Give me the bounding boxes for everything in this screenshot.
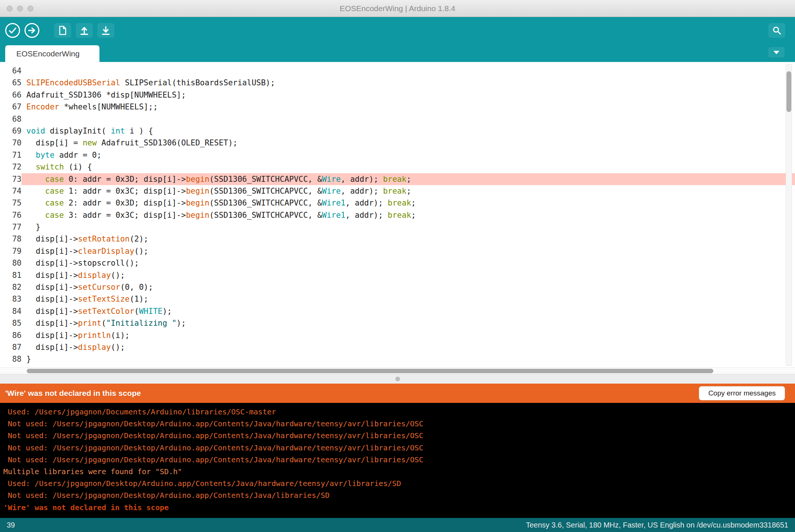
chevron-down-icon (773, 51, 779, 54)
verify-button[interactable] (5, 23, 20, 38)
status-board-info: Teensy 3.6, Serial, 180 MHz, Faster, US … (526, 521, 788, 529)
serial-monitor-icon (768, 23, 785, 38)
window-title: EOSEncoderWing | Arduino 1.8.4 (340, 4, 455, 13)
line-number: 70 (0, 137, 22, 149)
line-number: 85 (0, 317, 22, 329)
arduino-ide-window: EOSEncoderWing | Arduino 1.8.4 (0, 0, 795, 532)
line-number: 64 (0, 65, 22, 77)
code-line: 64 (0, 65, 795, 77)
tab-menu-button[interactable] (768, 47, 785, 58)
open-icon (76, 23, 93, 38)
code-line: 67Encoder *wheels[NUMWHEELS];; (0, 101, 795, 113)
pane-splitter[interactable] (0, 374, 795, 384)
save-icon (97, 23, 114, 38)
error-message: 'Wire' was not declared in this scope (5, 389, 141, 398)
code-line: 77 } (0, 221, 795, 233)
code-line: 70 disp[i] = new Adafruit_SSD1306(OLED_R… (0, 137, 795, 149)
line-number: 80 (0, 257, 22, 269)
upload-icon (24, 23, 39, 38)
line-number: 66 (0, 89, 22, 101)
line-number: 79 (0, 245, 22, 257)
line-number: 88 (0, 353, 22, 365)
code-line: 87 disp[i]->display(); (0, 341, 795, 353)
tab-bar: EOSEncoderWing (0, 43, 795, 62)
status-bar: 39 Teensy 3.6, Serial, 180 MHz, Faster, … (0, 518, 795, 532)
line-number: 78 (0, 233, 22, 245)
console-line: Not used: /Users/jpgagnon/Desktop/Arduin… (3, 430, 791, 441)
code-line: 65SLIPEncodedUSBSerial SLIPSerial(thisBo… (0, 77, 795, 89)
open-button[interactable] (76, 23, 93, 38)
code-line: 85 disp[i]->print("Initializing "); (0, 317, 795, 329)
line-number: 67 (0, 101, 22, 113)
code-line: 76 case 3: addr = 0x3C; disp[i]->begin(S… (0, 209, 795, 221)
code-line: 69void displayInit( int i ) { (0, 125, 795, 137)
console-line: Not used: /Users/jpgagnon/Desktop/Arduin… (3, 442, 791, 454)
status-line-number: 39 (7, 521, 15, 529)
console-line: 'Wire' was not declared in this scope (3, 502, 791, 513)
code-line: 79 disp[i]->clearDisplay(); (0, 245, 795, 257)
line-number: 77 (0, 221, 22, 233)
line-number: 72 (0, 161, 22, 173)
line-number: 82 (0, 281, 22, 293)
console-line: Used: /Users/jpgagnon/Desktop/Arduino.ap… (3, 477, 791, 489)
line-number: 65 (0, 77, 22, 89)
code-line: 72 switch (i) { (0, 161, 795, 173)
line-number: 69 (0, 125, 22, 137)
line-number: 81 (0, 269, 22, 281)
console-line: Multiple libraries were found for "SD.h" (3, 466, 791, 477)
line-number: 74 (0, 185, 22, 197)
code-line: 66Adafruit_SSD1306 *disp[NUMWHEELS]; (0, 89, 795, 101)
vertical-scrollbar[interactable] (786, 64, 792, 366)
close-window-button[interactable] (7, 6, 13, 12)
tab-eosencoderwing[interactable]: EOSEncoderWing (5, 45, 99, 62)
console-output[interactable]: Used: /Users/jpgagnon/Documents/Arduino/… (0, 403, 795, 518)
console-line: Not used: /Users/jpgagnon/Desktop/Arduin… (3, 489, 791, 501)
splitter-handle-icon (395, 377, 400, 381)
code-line: 74 case 1: addr = 0x3C; disp[i]->begin(S… (0, 185, 795, 197)
upload-button[interactable] (24, 23, 39, 38)
code-line: 82 disp[i]->setCursor(0, 0); (0, 281, 795, 293)
console-line: Not used: /Users/jpgagnon/Desktop/Arduin… (3, 454, 791, 466)
line-number: 87 (0, 341, 22, 353)
toolbar (0, 17, 795, 43)
new-sketch-icon (54, 23, 71, 38)
line-number: 71 (0, 149, 22, 161)
code-line: 75 case 2: addr = 0x3D; disp[i]->begin(S… (0, 197, 795, 209)
line-number: 75 (0, 197, 22, 209)
line-number: 76 (0, 209, 22, 221)
code-line: 78 disp[i]->setRotation(2); (0, 233, 795, 245)
error-status-bar: 'Wire' was not declared in this scope Co… (0, 384, 795, 403)
horizontal-scrollbar[interactable] (0, 367, 795, 374)
save-button[interactable] (97, 23, 114, 38)
serial-monitor-button[interactable] (768, 23, 785, 38)
line-number: 73 (0, 173, 22, 185)
code-line: 68 (0, 113, 795, 125)
code-line: 73 case 0: addr = 0x3D; disp[i]->begin(S… (0, 173, 795, 185)
code-line: 84 disp[i]->setTextColor(WHITE); (0, 305, 795, 317)
code-line: 71 byte addr = 0; (0, 149, 795, 161)
line-number: 86 (0, 329, 22, 341)
zoom-window-button[interactable] (27, 6, 33, 12)
code-area: 6465SLIPEncodedUSBSerial SLIPSerial(this… (0, 65, 795, 365)
horizontal-scrollbar-thumb[interactable] (27, 369, 713, 373)
verify-icon (5, 23, 20, 38)
line-number: 84 (0, 305, 22, 317)
vertical-scrollbar-thumb[interactable] (786, 71, 791, 112)
code-line: 88} (0, 353, 795, 365)
new-sketch-button[interactable] (54, 23, 71, 38)
code-line: 80 disp[i]->stopscroll(); (0, 257, 795, 269)
line-number: 83 (0, 293, 22, 305)
copy-error-messages-button[interactable]: Copy error messages (699, 386, 785, 400)
minimize-window-button[interactable] (17, 6, 23, 12)
console-line: Not used: /Users/jpgagnon/Desktop/Arduin… (3, 418, 791, 430)
line-number: 68 (0, 113, 22, 125)
code-editor[interactable]: 6465SLIPEncodedUSBSerial SLIPSerial(this… (0, 62, 795, 367)
console-line: Used: /Users/jpgagnon/Documents/Arduino/… (3, 406, 791, 418)
tab-label: EOSEncoderWing (16, 49, 79, 58)
code-line: 86 disp[i]->println(i); (0, 329, 795, 341)
code-line: 81 disp[i]->display(); (0, 269, 795, 281)
code-line: 83 disp[i]->setTextSize(1); (0, 293, 795, 305)
window-controls (7, 0, 33, 17)
titlebar: EOSEncoderWing | Arduino 1.8.4 (0, 0, 795, 17)
